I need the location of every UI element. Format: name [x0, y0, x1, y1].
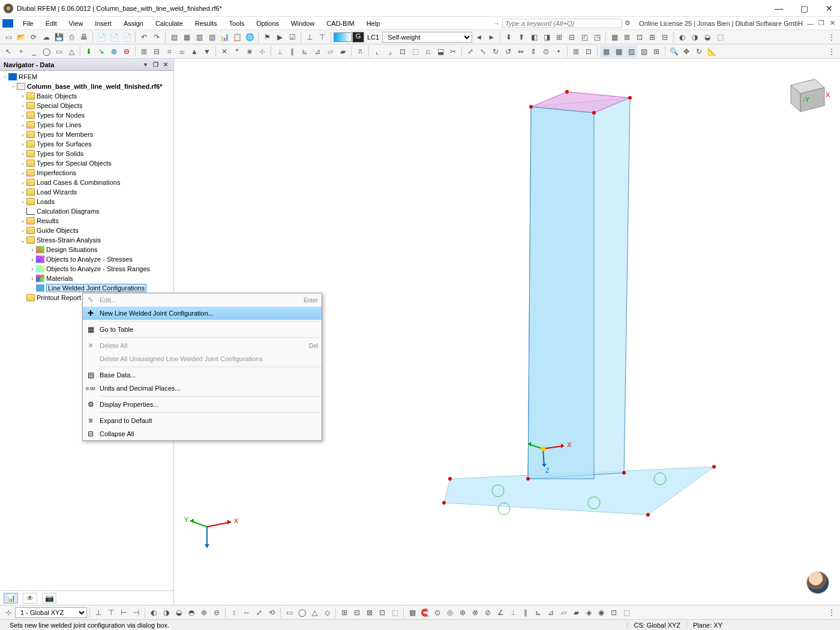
d4-icon[interactable]: ▭	[53, 46, 65, 58]
d7-icon[interactable]: ➘	[95, 46, 107, 58]
tree-stress-analysis[interactable]: ⌄Stress-Strain Analysis	[0, 235, 173, 245]
snap2-icon[interactable]: 🧲	[419, 607, 431, 619]
d17-icon[interactable]: ＊	[231, 46, 243, 58]
pan-icon[interactable]: ✥	[680, 46, 692, 58]
b5-icon[interactable]: ◐	[148, 607, 160, 619]
batch-icon[interactable]: ☑	[286, 31, 298, 43]
overflow3-icon[interactable]: ⋮	[826, 607, 838, 619]
menu-cad-bim[interactable]: CAD-BIM	[320, 19, 360, 28]
menu-results[interactable]: Results	[189, 19, 223, 28]
undo-icon[interactable]: ↶	[138, 31, 150, 43]
expand-icon[interactable]: ›	[19, 227, 26, 234]
render3-icon[interactable]: ▨	[625, 46, 637, 58]
menu-edit[interactable]: Edit	[40, 19, 63, 28]
cursor-icon[interactable]: ↖	[2, 46, 14, 58]
tree-item[interactable]: ›Types for Special Objects	[0, 158, 173, 168]
v17-icon[interactable]: ⊡	[583, 46, 595, 58]
panel-close-icon[interactable]: ✕	[161, 61, 170, 69]
b9-icon[interactable]: ⊕	[198, 607, 210, 619]
v10-icon[interactable]: ↻	[490, 46, 502, 58]
d12-icon[interactable]: ⌗	[163, 46, 175, 58]
reload-icon[interactable]: ⟳	[28, 31, 40, 43]
d8-icon[interactable]: ⊕	[108, 46, 120, 58]
tree-item[interactable]: ›Results	[0, 216, 173, 226]
mesh1-icon[interactable]: ⊠	[621, 31, 633, 43]
d16-icon[interactable]: ✕	[218, 46, 230, 58]
menu-assign[interactable]: Assign	[118, 19, 149, 28]
d10-icon[interactable]: ⊞	[138, 46, 150, 58]
t-a1-icon[interactable]: ⬇	[503, 31, 515, 43]
snap8-icon[interactable]: ∠	[494, 607, 506, 619]
view-cube[interactable]: -Y X	[779, 67, 832, 120]
prev-lc-icon[interactable]: ◄	[473, 31, 485, 43]
tree-item[interactable]: ›Types for Members	[0, 130, 173, 139]
d20-icon[interactable]: ⟂	[274, 46, 286, 58]
d3-icon[interactable]: ◯	[40, 46, 52, 58]
expand-icon[interactable]: ›	[19, 151, 26, 157]
b6-icon[interactable]: ◑	[160, 607, 172, 619]
tool-r3-icon[interactable]: ◒	[701, 31, 713, 43]
render2-icon[interactable]: ▩	[613, 46, 625, 58]
tree-sub-item[interactable]: ›Materials	[0, 274, 173, 283]
d25-icon[interactable]: ▰	[337, 46, 349, 58]
tree-item[interactable]: ›Loads	[0, 197, 173, 206]
panel-max-icon[interactable]: ❐	[151, 61, 160, 69]
tree-item[interactable]: ›Load Wizards	[0, 187, 173, 197]
d9-icon[interactable]: ⊖	[121, 46, 133, 58]
snap14-icon[interactable]: ▰	[570, 607, 582, 619]
d2-icon[interactable]: ⎯	[28, 46, 40, 58]
expand-icon[interactable]: ›	[19, 189, 26, 196]
v1-icon[interactable]: ⌞	[371, 46, 383, 58]
v6-icon[interactable]: ⬓	[434, 46, 446, 58]
tree-item[interactable]: ›Types for Surfaces	[0, 139, 173, 149]
redo-icon[interactable]: ↷	[151, 31, 163, 43]
ctx-collapse[interactable]: ⊟Collapse All	[83, 427, 322, 440]
d14-icon[interactable]: ▲	[188, 46, 200, 58]
snap10-icon[interactable]: ∥	[520, 607, 532, 619]
snap6-icon[interactable]: ⊗	[469, 607, 481, 619]
mdi-close-button[interactable]: ✕	[828, 19, 836, 28]
table2-icon[interactable]: ▦	[181, 31, 193, 43]
tree-root[interactable]: −RFEM	[0, 72, 173, 82]
ctx-display-props[interactable]: ⚙Display Properties...	[83, 398, 322, 411]
menu-options[interactable]: Options	[250, 19, 285, 28]
menu-file[interactable]: File	[17, 19, 40, 28]
snap12-icon[interactable]: ⊿	[545, 607, 557, 619]
v8-icon[interactable]: ⤢	[464, 46, 476, 58]
d6-icon[interactable]: ⬇	[83, 46, 95, 58]
open-icon[interactable]: 📂	[15, 31, 27, 43]
b23-icon[interactable]: ⬚	[389, 607, 401, 619]
collapse-icon[interactable]: ⌄	[19, 237, 26, 244]
expand-icon[interactable]: ›	[19, 179, 26, 186]
expand-icon[interactable]: ›	[19, 131, 26, 138]
expand-icon[interactable]: −	[1, 74, 8, 80]
menu-tools[interactable]: Tools	[223, 19, 250, 28]
doc3-icon[interactable]: 📄	[121, 31, 133, 43]
d21-icon[interactable]: ∥	[286, 46, 298, 58]
tree-item[interactable]: ›Types for Lines	[0, 120, 173, 130]
d18-icon[interactable]: ⋇	[244, 46, 256, 58]
table1-icon[interactable]: ▤	[168, 31, 180, 43]
ctx-units[interactable]: 0.00Units and Decimal Places...	[83, 382, 322, 395]
snap18-icon[interactable]: ⬚	[620, 607, 632, 619]
v12-icon[interactable]: ⇔	[515, 46, 527, 58]
save-icon[interactable]: 💾	[53, 31, 65, 43]
snap7-icon[interactable]: ⊘	[482, 607, 494, 619]
t-a4-icon[interactable]: ◨	[541, 31, 553, 43]
snap1-icon[interactable]: ▦	[406, 607, 418, 619]
b12-icon[interactable]: ↔	[241, 607, 253, 619]
snap13-icon[interactable]: ▱	[557, 607, 569, 619]
tree-item[interactable]: ›Special Objects	[0, 101, 173, 110]
tree-sub-item[interactable]: ›Design Situations	[0, 245, 173, 254]
v2-icon[interactable]: ⌟	[384, 46, 396, 58]
expand-icon[interactable]: ›	[19, 170, 26, 176]
t-a7-icon[interactable]: ◰	[578, 31, 590, 43]
tree-item[interactable]: ›Guide Objects	[0, 226, 173, 235]
expand-icon[interactable]: ›	[29, 275, 36, 282]
nav-tab-data[interactable]: 📊	[4, 593, 18, 604]
b11-icon[interactable]: ↕	[228, 607, 240, 619]
doc2-icon[interactable]: 📄	[108, 31, 120, 43]
v14-icon[interactable]: ⊙	[540, 46, 552, 58]
cs-icon[interactable]: ⊹	[2, 607, 14, 619]
mesh4-icon[interactable]: ⊟	[659, 31, 671, 43]
